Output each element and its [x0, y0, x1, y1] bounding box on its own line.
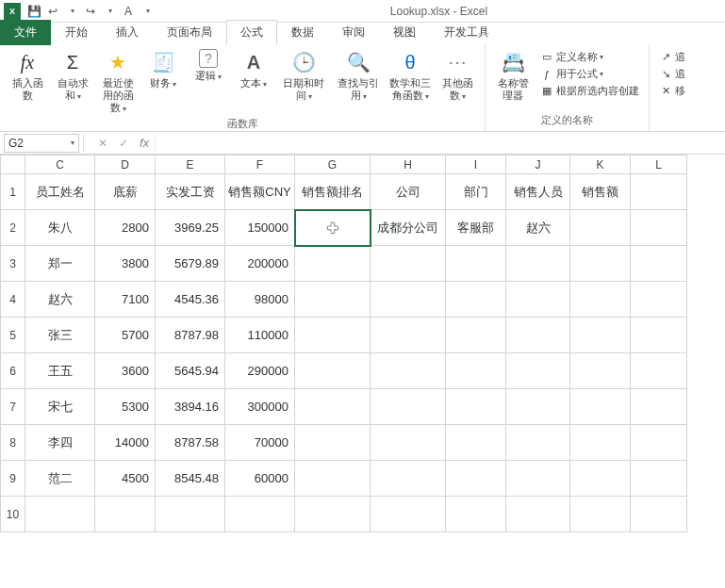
formula-input[interactable] — [155, 134, 725, 153]
cell[interactable]: 5679.89 — [156, 246, 225, 282]
cell[interactable]: 110000 — [225, 318, 295, 353]
cell[interactable] — [95, 497, 156, 532]
cell[interactable] — [446, 497, 506, 532]
cell[interactable] — [371, 425, 446, 461]
enter-formula-button[interactable]: ✓ — [113, 134, 134, 153]
row-header-1[interactable]: 1 — [1, 174, 25, 210]
trace-button[interactable]: ↗追 — [659, 49, 685, 65]
cell[interactable] — [631, 425, 687, 461]
tab-review[interactable]: 审阅 — [328, 20, 379, 45]
tab-view[interactable]: 视图 — [379, 20, 430, 45]
cell[interactable]: 赵六 — [25, 282, 95, 318]
cell[interactable] — [631, 246, 687, 282]
trace-button-2[interactable]: ↘追 — [659, 66, 685, 82]
cell[interactable]: 3800 — [95, 246, 156, 282]
autosum-button[interactable]: Σ 自动求和▾ — [51, 47, 94, 105]
cell[interactable] — [570, 246, 631, 282]
cell[interactable] — [506, 497, 570, 532]
cell[interactable]: 70000 — [225, 425, 295, 461]
cell[interactable]: 销售额排名 — [295, 174, 371, 210]
cell[interactable] — [295, 246, 371, 282]
use-in-formula-button[interactable]: ƒ用于公式▾ — [540, 66, 639, 82]
qat-more[interactable]: ▾ — [138, 2, 157, 21]
cell[interactable]: 200000 — [225, 246, 295, 282]
cell[interactable] — [570, 210, 631, 246]
cell[interactable]: 范二 — [25, 461, 95, 497]
cell[interactable]: 部门 — [446, 174, 506, 210]
select-all-corner[interactable] — [1, 155, 25, 174]
cell[interactable]: 客服部 — [446, 210, 506, 246]
cancel-formula-button[interactable]: ✕ — [92, 134, 113, 153]
row-header-10[interactable]: 10 — [1, 497, 25, 532]
cell[interactable] — [631, 210, 687, 246]
qat-customize[interactable]: ▾ — [100, 2, 119, 21]
cell[interactable] — [295, 461, 371, 497]
fx-button[interactable]: fx — [134, 134, 155, 153]
col-header-K[interactable]: K — [570, 155, 631, 174]
cell[interactable] — [631, 282, 687, 318]
name-box[interactable]: G2▾ — [4, 134, 79, 153]
tab-insert[interactable]: 插入 — [102, 20, 153, 45]
cell[interactable] — [506, 318, 570, 353]
cell[interactable]: 3969.25 — [156, 210, 225, 246]
cell[interactable] — [570, 318, 631, 353]
cell[interactable]: 8787.58 — [156, 425, 225, 461]
cell[interactable]: 150000 — [225, 210, 295, 246]
cell[interactable] — [570, 497, 631, 532]
cell[interactable]: 60000 — [225, 461, 295, 497]
cell[interactable]: 销售人员 — [506, 174, 570, 210]
cell[interactable] — [225, 497, 295, 532]
cell[interactable] — [506, 353, 570, 389]
cell[interactable]: 3600 — [95, 353, 156, 389]
logical-button[interactable]: ? 逻辑▾ — [187, 47, 230, 85]
tab-data[interactable]: 数据 — [277, 20, 328, 45]
row-header-8[interactable]: 8 — [1, 425, 25, 461]
datetime-button[interactable]: 🕒 日期和时间▾ — [277, 47, 330, 105]
cell[interactable]: ✚ — [295, 210, 371, 246]
cell[interactable] — [506, 389, 570, 425]
col-header-D[interactable]: D — [95, 155, 156, 174]
undo-dropdown[interactable]: ▾ — [62, 2, 81, 21]
undo-button[interactable]: ↩ — [43, 2, 62, 21]
cell[interactable]: 实发工资 — [156, 174, 225, 210]
cell[interactable] — [25, 497, 95, 532]
touch-mode-button[interactable]: A — [119, 2, 138, 21]
col-header-F[interactable]: F — [225, 155, 295, 174]
cell[interactable] — [295, 282, 371, 318]
cell[interactable] — [631, 318, 687, 353]
create-from-selection-button[interactable]: ▦根据所选内容创建 — [540, 83, 639, 99]
cell[interactable] — [371, 353, 446, 389]
cell[interactable] — [570, 461, 631, 497]
cell[interactable] — [446, 246, 506, 282]
tab-layout[interactable]: 页面布局 — [153, 20, 226, 45]
cell[interactable] — [371, 246, 446, 282]
cell[interactable] — [446, 282, 506, 318]
cell[interactable] — [156, 497, 225, 532]
save-button[interactable]: 💾 — [25, 2, 43, 21]
text-button[interactable]: A 文本▾ — [232, 47, 275, 92]
row-header-2[interactable]: 2 — [1, 210, 25, 246]
col-header-C[interactable]: C — [25, 155, 95, 174]
cell[interactable]: 14000 — [95, 425, 156, 461]
cell[interactable] — [570, 282, 631, 318]
cell[interactable] — [446, 425, 506, 461]
cell[interactable]: 2800 — [95, 210, 156, 246]
cell[interactable] — [295, 389, 371, 425]
math-button[interactable]: θ 数学和三角函数▾ — [387, 47, 434, 105]
row-header-5[interactable]: 5 — [1, 318, 25, 353]
cell[interactable] — [295, 318, 371, 353]
cell[interactable]: 3894.16 — [156, 389, 225, 425]
cell[interactable] — [631, 461, 687, 497]
col-header-I[interactable]: I — [446, 155, 506, 174]
cell[interactable] — [631, 497, 687, 532]
row-header-4[interactable]: 4 — [1, 282, 25, 318]
cell[interactable]: 李四 — [25, 425, 95, 461]
cell[interactable] — [371, 318, 446, 353]
insert-function-button[interactable]: fx 插入函数 — [6, 47, 49, 104]
tab-file[interactable]: 文件 — [0, 20, 51, 45]
tab-home[interactable]: 开始 — [51, 20, 102, 45]
financial-button[interactable]: 🧾 财务▾ — [141, 47, 185, 92]
col-header-E[interactable]: E — [156, 155, 225, 174]
cell[interactable]: 5645.94 — [156, 353, 225, 389]
cell[interactable]: 300000 — [225, 389, 295, 425]
